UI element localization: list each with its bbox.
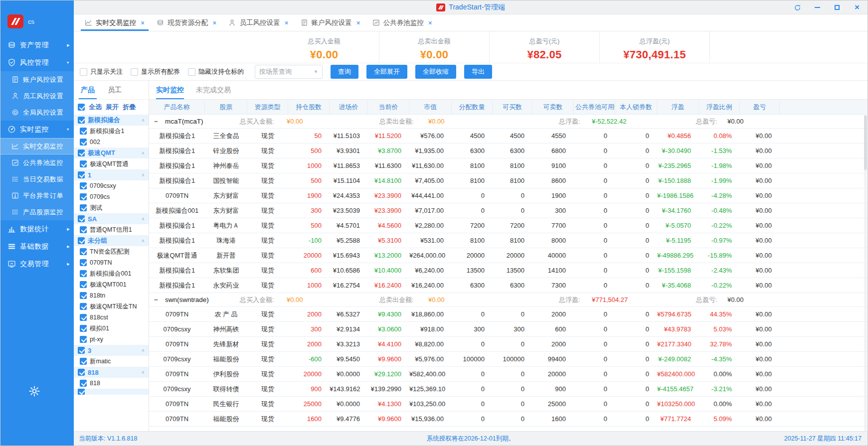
tree-leaf-node[interactable]: 极速QMT现金TN	[74, 301, 149, 312]
tab-active[interactable]: 实时交易监控×	[79, 14, 151, 31]
column-header[interactable]: 资源类型	[247, 100, 288, 114]
tree-leaf-node[interactable]: 0709cs	[74, 191, 149, 202]
close-icon[interactable]: ×	[212, 19, 216, 27]
sidebar-item[interactable]: 实时交易监控	[0, 138, 74, 154]
tree-group-node[interactable]: 新模拟撮合∧	[74, 115, 149, 126]
table-row[interactable]: 新模拟撮合1三全食品现货50¥11.5103¥11.5200¥576.00450…	[149, 129, 868, 144]
expand-all-button[interactable]: 全部展开	[366, 65, 407, 79]
checkbox-icon[interactable]	[78, 171, 85, 178]
expand-link[interactable]: 展开	[106, 103, 119, 112]
chevron-up-icon[interactable]: ∧	[141, 216, 145, 221]
tree-group-node[interactable]: 818∧	[74, 367, 149, 378]
group-row[interactable]: −mcaT(mcaT)总买入金额:¥0.00总卖出金额:¥0.00总浮盈:¥-5…	[149, 115, 868, 129]
tree-leaf-node[interactable]: 818tn	[74, 290, 149, 301]
tab-item[interactable]: 员工风控设置×	[222, 14, 294, 31]
tree-group-node[interactable]	[74, 389, 149, 395]
tree-leaf-node[interactable]: 极速QMT普通	[74, 158, 149, 169]
column-header[interactable]: 股票	[205, 100, 247, 114]
checkbox-icon[interactable]	[80, 358, 87, 365]
close-icon[interactable]: ×	[141, 19, 145, 27]
checkbox-icon[interactable]	[80, 259, 87, 266]
tree-group-node[interactable]: 3∧	[74, 345, 149, 356]
column-header[interactable]: 浮盈	[657, 100, 699, 114]
group-row[interactable]: −swn(swntrade)总买入金额:¥0.00总卖出金额:¥0.00总浮盈:…	[149, 293, 868, 307]
sidebar-item[interactable]: 数据统计▶	[0, 220, 74, 238]
table-row[interactable]: 0709TN农 产 品现货2000¥6.5327¥9.4300¥18,860.0…	[149, 307, 868, 322]
table-row[interactable]: 0709csxy福能股份现货-600¥9.5450¥9.9600¥5,976.0…	[149, 352, 868, 367]
tree-leaf-node[interactable]: 002	[74, 137, 149, 148]
checkbox-icon[interactable]	[80, 270, 87, 277]
table-row[interactable]: 0709csxy联得转债现货900¥143.9162¥139.2990¥125,…	[149, 382, 868, 397]
checkbox-icon[interactable]	[80, 204, 87, 211]
checkbox-icon[interactable]	[80, 226, 87, 233]
tree-leaf-node[interactable]: 新模拟撮合001	[74, 268, 149, 279]
gear-icon[interactable]	[28, 385, 40, 397]
column-header[interactable]: 盈亏	[740, 100, 780, 114]
checkbox-icon[interactable]	[80, 303, 87, 310]
checkbox-icon[interactable]	[78, 149, 85, 156]
collapse-link[interactable]: 折叠	[123, 103, 136, 112]
sidebar-item[interactable]: 当日交易数据	[0, 171, 74, 187]
tree-leaf-node[interactable]: 普通QMT信用1	[74, 224, 149, 235]
scene-query-select[interactable]: 按场景查询▼	[255, 65, 323, 79]
export-button[interactable]: 导出	[464, 65, 492, 79]
checkbox-icon[interactable]	[131, 68, 138, 76]
close-icon[interactable]: ×	[428, 19, 432, 27]
filter-checkbox[interactable]: 显示所有配券	[131, 67, 180, 76]
table-row[interactable]: 新模拟撮合1锌业股份现货500¥3.9301¥3.8700¥1,935.0063…	[149, 144, 868, 158]
chevron-up-icon[interactable]: ∧	[141, 348, 145, 353]
column-header[interactable]: 浮盈比例	[699, 100, 740, 114]
table-row[interactable]: 新模拟撮合1珠海港现货-100¥5.2588¥5.3100¥531.008100…	[149, 233, 868, 248]
checkbox-icon[interactable]	[80, 128, 87, 135]
checkbox-icon[interactable]	[78, 369, 85, 376]
chevron-up-icon[interactable]: ∧	[141, 370, 145, 375]
table-row[interactable]: 新模拟撮合1神州泰岳现货1000¥11.8653¥11.6300¥11,630.…	[149, 158, 868, 173]
column-header[interactable]: 可买数	[493, 100, 532, 114]
scrollbar-thumb[interactable]	[864, 115, 867, 170]
tree-group-node[interactable]: 极速QMT∧	[74, 148, 149, 158]
checkbox-icon[interactable]	[80, 314, 87, 321]
column-header[interactable]: 本人锁券数	[615, 100, 657, 114]
column-header[interactable]: 市值	[409, 100, 452, 114]
chevron-up-icon[interactable]: ∧	[141, 118, 145, 123]
checkbox-icon[interactable]	[80, 139, 87, 146]
tree-leaf-node[interactable]: pt-xy	[74, 334, 149, 345]
collapse-all-button[interactable]: 全部收缩	[415, 65, 456, 79]
tree-leaf-node[interactable]: 818	[74, 378, 149, 389]
close-button[interactable]: ×	[851, 2, 864, 13]
minimize-button[interactable]	[811, 2, 824, 13]
tree-leaf-node[interactable]: TN资金匹配测	[74, 246, 149, 257]
query-button[interactable]: 查询	[331, 65, 358, 79]
table-row[interactable]: 0709csxy神州高铁现货300¥2.9134¥3.0600¥918.0030…	[149, 322, 868, 337]
tree-leaf-node[interactable]: 新模拟撮合1	[74, 126, 149, 137]
table-row[interactable]: 0709TN先锋新材现货2000¥3.3213¥4.4100¥8,820.000…	[149, 337, 868, 352]
table-row[interactable]: 极速QMT普通新开普现货20000¥15.6943¥13.2000¥264,00…	[149, 248, 868, 263]
checkbox-icon[interactable]	[188, 68, 195, 76]
checkbox-icon[interactable]	[80, 380, 87, 387]
sidebar-item[interactable]: 账户风控设置	[0, 71, 74, 88]
table-row[interactable]: 新模拟撮合1国投智能现货500¥15.1104¥14.8100¥7,405.00…	[149, 173, 868, 188]
refresh-icon[interactable]	[791, 2, 804, 13]
column-header[interactable]: 当前价	[368, 100, 409, 114]
table-row[interactable]: 新模拟撮合001东方财富现货300¥23.5039¥23.3900¥7,017.…	[149, 203, 868, 218]
checkbox-icon[interactable]	[78, 389, 85, 395]
filter-checkbox[interactable]: 只显示关注	[80, 67, 123, 76]
maximize-button[interactable]	[831, 2, 844, 13]
table-row[interactable]: 新模拟撮合1粤电力Ａ现货500¥4.5701¥4.5600¥2,280.0072…	[149, 218, 868, 233]
table-row[interactable]: 0709TN福能股份现货1600¥9.4776¥9.9600¥15,936.00…	[149, 412, 868, 427]
close-icon[interactable]: ×	[356, 19, 360, 27]
tree-leaf-node[interactable]: 测试	[74, 202, 149, 213]
checkbox-icon[interactable]	[80, 68, 87, 76]
sidebar-item[interactable]: 员工风控设置	[0, 88, 74, 104]
chevron-up-icon[interactable]: ∧	[141, 172, 145, 177]
checkbox-icon[interactable]	[80, 248, 87, 255]
filter-checkbox[interactable]: 隐藏没持仓标的	[188, 67, 244, 76]
close-icon[interactable]: ×	[284, 19, 288, 27]
checkbox-icon[interactable]	[80, 336, 87, 343]
checkbox-icon[interactable]	[78, 117, 85, 124]
column-header[interactable]: 产品名称	[149, 100, 205, 114]
table-row[interactable]: 新模拟撮合1东软集团现货600¥10.6586¥10.4000¥6,240.00…	[149, 263, 868, 278]
sidebar-item[interactable]: 公共券池监控	[0, 154, 74, 171]
tree-group-node[interactable]: SA∧	[74, 213, 149, 224]
checkbox-icon[interactable]	[78, 215, 85, 222]
